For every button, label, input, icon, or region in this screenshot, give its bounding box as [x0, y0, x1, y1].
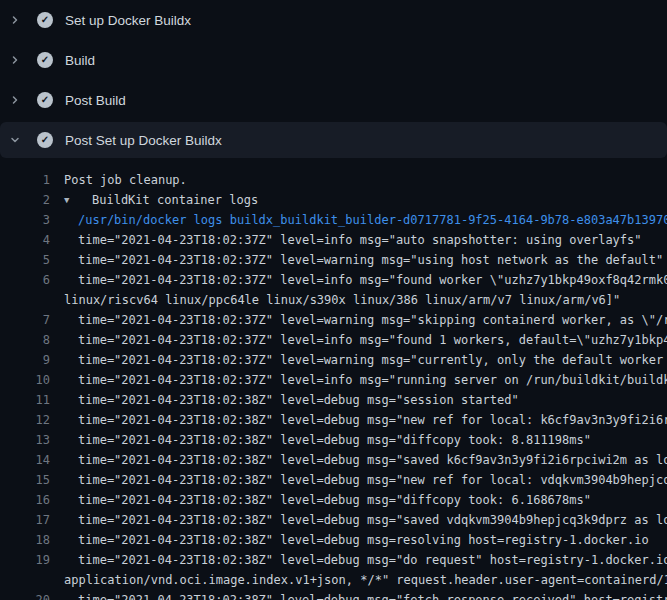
log-line-number[interactable]: 5 [0, 250, 50, 270]
step-header-post-set-up-docker-buildx[interactable]: ✓ Post Set up Docker Buildx [0, 122, 667, 158]
log-line-number[interactable]: 4 [0, 230, 50, 250]
log-line-number[interactable]: 3 [0, 210, 50, 230]
log-line-number[interactable]: 12 [0, 410, 50, 430]
log-line-text: /usr/bin/docker logs buildx_buildkit_bui… [50, 210, 667, 230]
log-line: 13 time="2021-04-23T18:02:38Z" level=deb… [0, 430, 667, 450]
log-line: 11 time="2021-04-23T18:02:38Z" level=deb… [0, 390, 667, 410]
log-line-text: time="2021-04-23T18:02:38Z" level=debug … [50, 550, 667, 570]
log-line-text: time="2021-04-23T18:02:38Z" level=debug … [50, 390, 519, 410]
log-line-text: time="2021-04-23T18:02:38Z" level=debug … [50, 590, 667, 600]
log-line-text: time="2021-04-23T18:02:38Z" level=debug … [50, 470, 667, 490]
log-line-text: time="2021-04-23T18:02:38Z" level=debug … [50, 410, 667, 430]
chevron-right-icon[interactable] [9, 54, 21, 66]
log-line: 1 Post job cleanup. [0, 170, 667, 190]
chevron-right-icon[interactable] [9, 14, 21, 26]
log-line: 14 time="2021-04-23T18:02:38Z" level=deb… [0, 450, 667, 470]
log-group-header: 2 ▼BuildKit container logs [0, 190, 667, 210]
log-line: 8 time="2021-04-23T18:02:37Z" level=info… [0, 330, 667, 350]
log-line: 9 time="2021-04-23T18:02:37Z" level=warn… [0, 350, 667, 370]
log-line-number[interactable]: 8 [0, 330, 50, 350]
log-line-number[interactable]: 13 [0, 430, 50, 450]
step-label: Set up Docker Buildx [65, 13, 191, 28]
log-line-continuation: application/vnd.oci.image.index.v1+json,… [0, 570, 667, 590]
log-line-number[interactable]: 2 [0, 190, 50, 210]
chevron-down-icon[interactable] [9, 134, 21, 146]
log-area: 1 Post job cleanup. 2 ▼BuildKit containe… [0, 158, 667, 600]
log-line-text: time="2021-04-23T18:02:37Z" level=info m… [50, 230, 642, 250]
log-line: 19 time="2021-04-23T18:02:38Z" level=deb… [0, 550, 667, 570]
log-line-command: 3 /usr/bin/docker logs buildx_buildkit_b… [0, 210, 667, 230]
log-line: 7 time="2021-04-23T18:02:37Z" level=warn… [0, 310, 667, 330]
step-label: Build [65, 53, 95, 68]
step-header-post-build[interactable]: ✓ Post Build [0, 80, 667, 120]
step-label: Post Build [65, 93, 126, 108]
check-circle-icon: ✓ [37, 132, 53, 148]
steps-list: ✓ Set up Docker Buildx ✓ Build ✓ Post Bu… [0, 0, 667, 158]
log-group-toggle-icon[interactable]: ▼ [50, 190, 92, 210]
log-line-number[interactable]: 16 [0, 490, 50, 510]
log-line: 5 time="2021-04-23T18:02:37Z" level=warn… [0, 250, 667, 270]
log-line: 15 time="2021-04-23T18:02:38Z" level=deb… [0, 470, 667, 490]
log-line-text: application/vnd.oci.image.index.v1+json,… [50, 570, 667, 590]
log-line-number[interactable]: 6 [0, 270, 50, 290]
log-line-number[interactable]: 11 [0, 390, 50, 410]
log-line: 20 time="2021-04-23T18:02:38Z" level=deb… [0, 590, 667, 600]
log-line-number[interactable]: 10 [0, 370, 50, 390]
log-line: 10 time="2021-04-23T18:02:37Z" level=inf… [0, 370, 667, 390]
step-header-build[interactable]: ✓ Build [0, 40, 667, 80]
log-line-text: time="2021-04-23T18:02:38Z" level=debug … [50, 490, 591, 510]
step-label: Post Set up Docker Buildx [65, 133, 222, 148]
log-line-text: time="2021-04-23T18:02:37Z" level=info m… [50, 330, 667, 350]
log-line: 17 time="2021-04-23T18:02:38Z" level=deb… [0, 510, 667, 530]
log-line-text: time="2021-04-23T18:02:38Z" level=debug … [50, 430, 591, 450]
log-line-number[interactable]: 17 [0, 510, 50, 530]
log-line-number[interactable]: 19 [0, 550, 50, 570]
log-line-text: Post job cleanup. [50, 170, 187, 190]
log-line-text: time="2021-04-23T18:02:38Z" level=debug … [50, 450, 667, 470]
log-line: 12 time="2021-04-23T18:02:38Z" level=deb… [0, 410, 667, 430]
log-line-text: time="2021-04-23T18:02:37Z" level=warnin… [50, 250, 663, 270]
log-line: 4 time="2021-04-23T18:02:37Z" level=info… [0, 230, 667, 250]
log-line-number[interactable] [0, 290, 50, 310]
log-line-number[interactable]: 18 [0, 530, 50, 550]
log-line-number[interactable]: 1 [0, 170, 50, 190]
log-line-text: time="2021-04-23T18:02:37Z" level=warnin… [50, 350, 667, 370]
log-line-number[interactable]: 9 [0, 350, 50, 370]
chevron-right-icon[interactable] [9, 94, 21, 106]
log-line-number[interactable]: 7 [0, 310, 50, 330]
log-line-text: linux/riscv64 linux/ppc64le linux/s390x … [50, 290, 620, 310]
log-line-number[interactable] [0, 570, 50, 590]
check-circle-icon: ✓ [37, 92, 53, 108]
log-line: 18 time="2021-04-23T18:02:38Z" level=deb… [0, 530, 667, 550]
log-line-number[interactable]: 15 [0, 470, 50, 490]
log-line-text: time="2021-04-23T18:02:37Z" level=info m… [50, 270, 667, 290]
log-line-text: time="2021-04-23T18:02:38Z" level=debug … [50, 530, 649, 550]
log-line-number[interactable]: 20 [0, 590, 50, 600]
log-line: 16 time="2021-04-23T18:02:38Z" level=deb… [0, 490, 667, 510]
step-header-set-up-docker-buildx[interactable]: ✓ Set up Docker Buildx [0, 0, 667, 40]
log-line-text: time="2021-04-23T18:02:37Z" level=warnin… [50, 310, 667, 330]
log-line-number[interactable]: 14 [0, 450, 50, 470]
log-line-text: time="2021-04-23T18:02:37Z" level=info m… [50, 370, 667, 390]
log-line-text: BuildKit container logs [92, 190, 258, 210]
check-circle-icon: ✓ [37, 12, 53, 28]
log-line: 6 time="2021-04-23T18:02:37Z" level=info… [0, 270, 667, 290]
log-line-text: time="2021-04-23T18:02:38Z" level=debug … [50, 510, 667, 530]
log-line-continuation: linux/riscv64 linux/ppc64le linux/s390x … [0, 290, 667, 310]
check-circle-icon: ✓ [37, 52, 53, 68]
